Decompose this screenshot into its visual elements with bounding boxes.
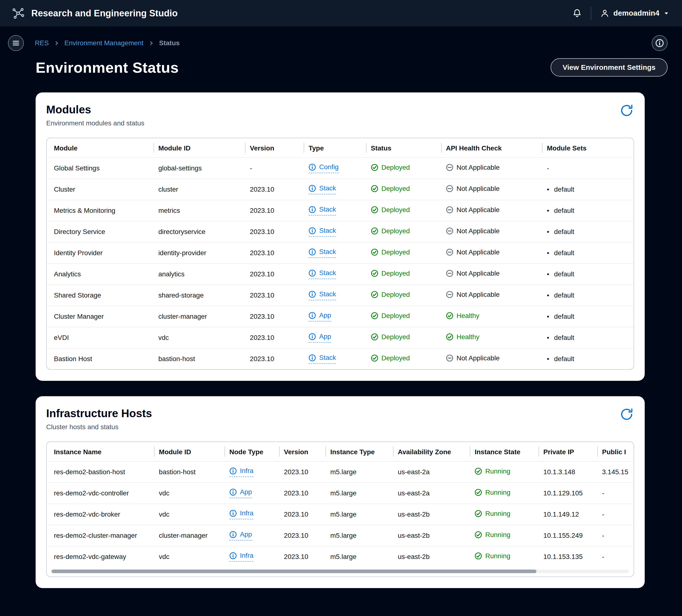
bullet: • [547,313,549,321]
public-ip: - [597,482,634,504]
module-version: 2023.10 [245,200,304,221]
module-type-cell: Config [304,157,366,179]
success-check-icon [371,248,378,256]
horizontal-scrollbar[interactable] [51,570,629,573]
instance-name: res-demo2-vdc-broker [47,504,154,525]
instance-state-cell: Running [470,525,538,546]
module-type-link[interactable]: Stack [309,205,336,216]
module-type-link[interactable]: App [309,333,331,343]
column-header: Private IP [539,442,597,461]
success-check-icon [371,227,378,235]
app-title: Research and Engineering Studio [31,8,178,19]
module-version: 2023.10 [245,221,304,242]
node-type-link[interactable]: Infra [229,467,253,477]
breadcrumb-environment-management[interactable]: Environment Management [65,39,143,47]
host-version: 2023.10 [279,461,325,482]
table-row: Directory Service directoryservice 2023.… [47,221,634,242]
column-header: Node Type [225,442,279,461]
info-panel-button[interactable] [652,35,667,51]
success-check-icon [446,312,453,320]
bullet: • [547,355,549,363]
success-check-icon [371,312,378,320]
table-row: Identity Provider identity-provider 2023… [47,242,634,263]
bullet: • [547,228,549,236]
column-header: Module ID [154,442,225,461]
table-row: eVDI vdc 2023.10 App Deployed Healthy •d… [47,327,634,348]
infrastructure-hosts-card: Infrastructure Hosts Cluster hosts and s… [36,396,645,588]
table-row: Global Settings global-settings - Config… [47,157,634,179]
success-check-icon [475,467,482,475]
node-type-cell: Infra [225,546,279,567]
module-sets-cell: •default [542,285,634,306]
column-header: Instance Name [47,442,154,461]
node-type-link[interactable]: App [229,531,252,541]
private-ip: 10.1.149.12 [539,504,597,525]
info-icon [229,531,237,538]
sidebar-toggle-button[interactable] [8,35,24,51]
success-check-icon [371,291,378,298]
table-row: Cluster Manager cluster-manager 2023.10 … [47,306,634,327]
user-menu-button[interactable]: demoadmin4 [598,8,671,18]
module-sets-cell: •default [542,263,634,285]
node-type-link[interactable]: Infra [229,509,253,520]
module-status-cell: Deployed [366,221,441,242]
host-version: 2023.10 [279,482,325,504]
instance-type: m5.large [325,525,393,546]
modules-refresh-button[interactable] [619,103,634,118]
table-row: Analytics analytics 2023.10 Stack Deploy… [47,263,634,285]
module-sets-value: default [554,270,574,278]
module-id: vdc [154,327,245,348]
health-badge: Not Applicable [446,185,500,193]
instance-state-cell: Running [470,546,538,567]
success-check-icon [446,333,453,340]
status-badge: Deployed [371,248,410,256]
node-type-link[interactable]: App [229,488,252,498]
page-header: RES Environment Management Status Enviro… [0,27,682,92]
availability-zone: us-east-2b [393,504,470,525]
state-badge: Running [475,531,510,539]
success-check-icon [371,270,378,277]
module-type-link[interactable]: Stack [309,290,336,301]
not-applicable-icon [446,164,453,171]
hosts-table: Instance NameModule IDNode TypeVersionIn… [47,442,634,567]
node-type-cell: App [225,482,279,504]
node-type-link[interactable]: Infra [229,552,253,562]
module-status-cell: Deployed [366,179,441,200]
instance-state-cell: Running [470,482,538,504]
view-environment-settings-button[interactable]: View Environment Settings [551,58,667,76]
health-badge: Not Applicable [446,270,500,277]
health-badge: Not Applicable [446,291,500,299]
module-sets-cell: •default [542,179,634,200]
top-navigation: Research and Engineering Studio demoadmi… [0,0,682,27]
status-badge: Deployed [371,312,410,320]
hosts-refresh-button[interactable] [619,407,634,422]
module-id: cluster-manager [154,306,245,327]
info-icon [229,510,237,517]
table-row: Bastion Host bastion-host 2023.10 Stack … [47,348,634,369]
module-type-cell: Stack [304,242,366,263]
column-header: Module Sets [542,138,634,157]
breadcrumb-res[interactable]: RES [35,39,49,47]
module-type-cell: Stack [304,179,366,200]
horizontal-scrollbar-thumb[interactable] [51,570,537,573]
module-type-link[interactable]: Config [309,163,339,173]
public-ip: - [597,525,634,546]
module-type-link[interactable]: Stack [309,248,336,258]
module-status-cell: Deployed [366,285,441,306]
module-type-link[interactable]: Stack [309,269,336,279]
status-badge: Deployed [371,185,410,193]
bell-icon [572,8,582,18]
module-type-link[interactable]: Stack [309,184,336,195]
module-type-link[interactable]: Stack [309,354,336,364]
health-badge: Not Applicable [446,164,500,171]
success-check-icon [475,552,482,560]
host-module-id: cluster-manager [154,525,225,546]
public-ip: - [597,546,634,567]
notifications-button[interactable] [571,7,584,20]
not-applicable-icon [446,227,453,235]
module-type-link[interactable]: Stack [309,227,336,237]
node-type-cell: App [225,525,279,546]
module-type-link[interactable]: App [309,311,331,322]
column-header: Module ID [154,138,245,157]
username: demoadmin4 [613,9,659,18]
